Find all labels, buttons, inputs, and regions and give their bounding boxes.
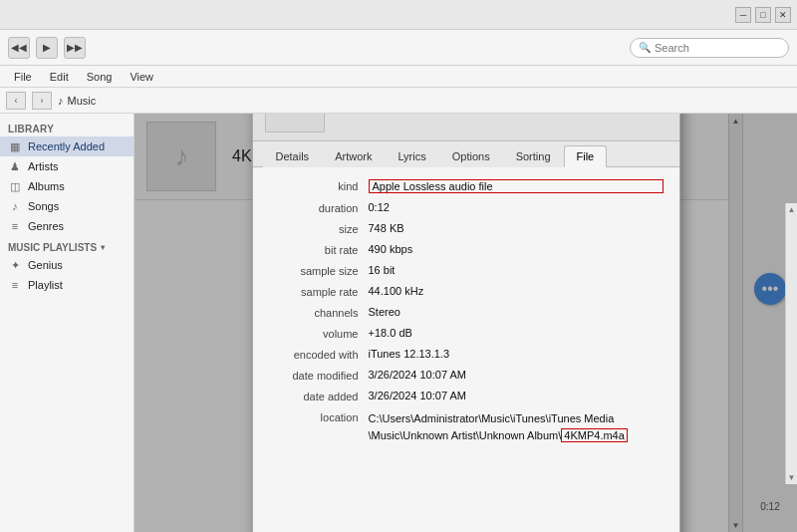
nav-back-button[interactable]: ‹: [6, 92, 26, 110]
menu-song[interactable]: Song: [79, 69, 121, 85]
value-datemodified: 3/26/2024 10:07 AM: [369, 369, 664, 381]
sidebar: Library ▦ Recently Added ♟ Artists ◫ Alb…: [0, 114, 134, 532]
modal-overlay: ♪ 4KMP4 Details Artwork Lyrics Options S…: [134, 114, 797, 532]
artists-icon: ♟: [8, 159, 22, 173]
menu-bar: File Edit Song View: [0, 66, 797, 88]
detail-row-duration: duration 0:12: [269, 201, 664, 214]
label-dateadded: date added: [269, 390, 369, 402]
library-section-label: Library: [0, 118, 133, 136]
dialog-album-art: ♪: [265, 114, 325, 133]
location-filename: 4KMP4.m4a: [561, 428, 628, 442]
value-samplesize: 16 bit: [369, 264, 664, 276]
sidebar-item-label: Albums: [28, 180, 65, 192]
playlists-label-text: Music Playlists: [8, 242, 97, 253]
sidebar-item-albums[interactable]: ◫ Albums: [0, 176, 133, 196]
sidebar-item-recently-added[interactable]: ▦ Recently Added: [0, 136, 133, 156]
value-dateadded: 3/26/2024 10:07 AM: [369, 390, 664, 401]
sidebar-item-playlist[interactable]: ≡ Playlist: [0, 275, 133, 295]
value-volume: +18.0 dB: [369, 327, 664, 339]
dialog-scroll-down[interactable]: ▼: [786, 471, 797, 484]
sidebar-item-label: Genius: [28, 259, 63, 271]
label-datemodified: date modified: [269, 369, 369, 382]
detail-row-volume: volume +18.0 dB: [269, 327, 664, 340]
detail-row-samplerate: sample rate 44.100 kHz: [269, 285, 664, 298]
detail-row-location: location C:\Users\Administrator\Music\iT…: [269, 410, 664, 443]
sidebar-item-songs[interactable]: ♪ Songs: [0, 196, 133, 216]
search-icon: 🔍: [639, 42, 651, 53]
playlist-icon: ≡: [8, 278, 22, 292]
sidebar-item-artists[interactable]: ♟ Artists: [0, 156, 133, 176]
music-label-text: Music: [68, 95, 97, 107]
dialog: ♪ 4KMP4 Details Artwork Lyrics Options S…: [252, 114, 680, 532]
detail-row-kind: kind Apple Lossless audio file: [269, 179, 664, 193]
nav-row: ‹ › ♪ Music: [0, 88, 797, 114]
value-size: 748 KB: [369, 222, 664, 234]
rewind-button[interactable]: ◀◀: [8, 37, 30, 59]
value-location: C:\Users\Administrator\Music\iTunes\iTun…: [369, 410, 664, 443]
tab-options[interactable]: Options: [439, 145, 503, 167]
detail-row-datemodified: date modified 3/26/2024 10:07 AM: [269, 369, 664, 382]
minimize-button[interactable]: ─: [735, 7, 751, 23]
value-encoded: iTunes 12.13.1.3: [369, 348, 664, 360]
detail-row-size: size 748 KB: [269, 222, 664, 235]
search-input[interactable]: [655, 42, 780, 54]
label-channels: channels: [269, 306, 369, 319]
dialog-scroll-up[interactable]: ▲: [786, 203, 797, 216]
sidebar-item-label: Genres: [28, 220, 64, 232]
dialog-header: ♪ 4KMP4: [253, 114, 679, 141]
label-volume: volume: [269, 327, 369, 340]
chevron-down-icon: ▾: [101, 243, 105, 252]
tab-sorting[interactable]: Sorting: [503, 145, 564, 167]
menu-file[interactable]: File: [6, 69, 40, 85]
label-kind: kind: [269, 179, 369, 192]
play-button[interactable]: ▶: [36, 37, 58, 59]
label-size: size: [269, 222, 369, 235]
file-details-panel: kind Apple Lossless audio file duration …: [253, 167, 679, 532]
value-kind: Apple Lossless audio file: [369, 179, 664, 193]
value-samplerate: 44.100 kHz: [369, 285, 664, 297]
label-duration: duration: [269, 201, 369, 214]
sidebar-item-label: Recently Added: [28, 140, 105, 152]
genres-icon: ≡: [8, 219, 22, 233]
recently-added-icon: ▦: [8, 139, 22, 153]
label-location: location: [269, 410, 369, 423]
toolbar: ◀◀ ▶ ▶▶ 🔍: [0, 30, 797, 66]
sidebar-item-genius[interactable]: ✦ Genius: [0, 255, 133, 275]
detail-row-dateadded: date added 3/26/2024 10:07 AM: [269, 390, 664, 402]
genius-icon: ✦: [8, 258, 22, 272]
playlists-section-label[interactable]: Music Playlists ▾: [0, 236, 133, 255]
search-box[interactable]: 🔍: [630, 38, 789, 58]
music-note-icon: ♪: [58, 95, 64, 107]
maximize-button[interactable]: □: [755, 7, 771, 23]
albums-icon: ◫: [8, 179, 22, 193]
music-breadcrumb: ♪ Music: [58, 95, 96, 107]
menu-view[interactable]: View: [122, 69, 161, 85]
main-content: Library ▦ Recently Added ♟ Artists ◫ Alb…: [0, 114, 797, 532]
tab-file[interactable]: File: [564, 145, 608, 167]
dialog-music-icon: ♪: [289, 114, 300, 116]
label-encoded: encoded with: [269, 348, 369, 361]
label-bitrate: bit rate: [269, 243, 369, 256]
nav-forward-button[interactable]: ›: [32, 92, 52, 110]
window-controls: ─ □ ✕: [735, 7, 791, 23]
close-button[interactable]: ✕: [775, 7, 791, 23]
tab-artwork[interactable]: Artwork: [322, 145, 385, 167]
value-channels: Stereo: [369, 306, 664, 318]
value-duration: 0:12: [369, 201, 664, 213]
forward-button[interactable]: ▶▶: [64, 37, 86, 59]
app-window: ─ □ ✕ ◀◀ ▶ ▶▶ 🔍 File Edit Song View ‹ › …: [0, 0, 797, 532]
value-bitrate: 490 kbps: [369, 243, 664, 255]
tabs-bar: Details Artwork Lyrics Options Sorting F…: [253, 141, 679, 167]
title-bar: ─ □ ✕: [0, 0, 797, 30]
tab-lyrics[interactable]: Lyrics: [385, 145, 438, 167]
sidebar-item-label: Artists: [28, 160, 59, 172]
detail-row-channels: channels Stereo: [269, 306, 664, 319]
label-samplerate: sample rate: [269, 285, 369, 298]
sidebar-item-genres[interactable]: ≡ Genres: [0, 216, 133, 236]
dialog-scrollbar: ▲ ▼: [785, 203, 797, 484]
detail-row-bitrate: bit rate 490 kbps: [269, 243, 664, 256]
menu-edit[interactable]: Edit: [42, 69, 77, 85]
tab-details[interactable]: Details: [263, 145, 323, 167]
label-samplesize: sample size: [269, 264, 369, 277]
sidebar-item-label: Songs: [28, 200, 59, 212]
